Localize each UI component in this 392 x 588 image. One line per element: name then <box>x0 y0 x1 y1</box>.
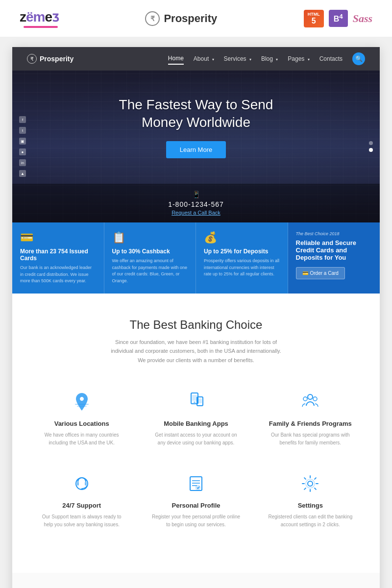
bootstrap-badge: B4 <box>329 10 348 26</box>
feature-locations: Various Locations We have offices in man… <box>32 385 131 452</box>
nav-rupee-icon: ₹ <box>27 54 37 64</box>
svg-point-9 <box>313 397 317 401</box>
locations-icon <box>70 390 94 414</box>
nav-link-contacts[interactable]: Contacts <box>319 53 343 64</box>
nav-brand-name: Prosperity <box>40 55 74 63</box>
nav-link-home[interactable]: Home <box>168 53 184 65</box>
hero-title: The Fastest Way to Send Money Worldwide <box>119 96 273 132</box>
order-card-button[interactable]: 💳 Order a Card <box>296 267 345 279</box>
feature-support: 24/7 Support Our Support team is always … <box>32 466 131 534</box>
cashback-title: Up to 30% Cashback <box>112 248 188 255</box>
mobile-desc: Get instant access to your account on an… <box>151 431 241 447</box>
svg-point-13 <box>81 488 83 490</box>
svg-rect-0 <box>75 404 89 405</box>
nav-link-services[interactable]: Services ▾ <box>224 53 251 64</box>
banking-features-grid-2: 24/7 Support Our Support team is always … <box>32 466 360 534</box>
svg-point-18 <box>196 485 200 490</box>
slider-dot-1[interactable] <box>369 141 373 145</box>
family-desc: Our Bank has special programs with benef… <box>266 431 355 447</box>
search-button[interactable]: 🔍 <box>352 52 365 65</box>
cashback-desc: We offer an amazing amount of cashback f… <box>112 258 188 284</box>
svg-point-19 <box>308 481 313 486</box>
nav-link-pages[interactable]: Pages ▾ <box>288 53 309 64</box>
site-nav-links: Home About ▾ Services ▾ Blog ▾ Pages ▾ C… <box>168 52 365 65</box>
phone-icon: 📱 <box>22 191 370 198</box>
best-choice-badge: The Best Choice 2018 <box>296 231 372 236</box>
banking-features-grid: Various Locations We have offices in man… <box>32 385 360 452</box>
svg-rect-11 <box>77 482 79 486</box>
nav-link-about[interactable]: About ▾ <box>194 53 214 64</box>
cards-desc: Our bank is an acknowledged leader in cr… <box>20 265 96 285</box>
svg-rect-6 <box>198 398 202 403</box>
family-icon <box>298 390 322 414</box>
cards-title: More than 23 754 Issued Cards <box>20 248 96 262</box>
svg-rect-3 <box>192 395 197 401</box>
rupee-icon: ₹ <box>145 11 160 26</box>
nav-link-blog[interactable]: Blog ▾ <box>261 53 278 64</box>
deposits-title: Up to 25% for Deposits <box>204 248 280 255</box>
banking-section-title: The Best Banking Choice <box>32 318 360 332</box>
support-title: 24/7 Support <box>37 502 126 509</box>
banking-section-desc: Since our foundation, we have been #1 ba… <box>108 338 284 365</box>
zemes-underline <box>24 26 58 28</box>
phone-number: 1-800-1234-567 <box>22 200 370 208</box>
svg-rect-4 <box>194 402 196 403</box>
callback-link[interactable]: Request a Call Back <box>22 210 370 216</box>
zemes-logo: zëmeᴣ <box>20 9 59 28</box>
support-desc: Our Support team is always ready to help… <box>37 513 126 529</box>
main-content: ₹ Prosperity Home About ▾ Services ▾ Blo… <box>0 47 392 588</box>
hero-cta-button[interactable]: Learn More <box>166 141 226 158</box>
svg-point-7 <box>308 394 313 399</box>
hero-phone: 📱 1-800-1234-567 Request a Call Back <box>12 184 380 222</box>
mobile-icon <box>184 390 208 414</box>
slider-dots <box>369 141 373 152</box>
settings-title: Settings <box>266 502 355 509</box>
locations-desc: We have offices in many countries includ… <box>37 431 126 447</box>
sass-badge: Sass <box>353 12 372 25</box>
preview-wrapper: ₹ Prosperity Home About ▾ Services ▾ Blo… <box>12 47 380 588</box>
about-section: A Few Words About Our Bank Prosperity wa… <box>12 573 380 588</box>
deposits-icon: 💰 <box>204 231 280 244</box>
feature-family: Family & Friends Programs Our Bank has s… <box>261 385 360 452</box>
mobile-title: Mobile Banking Apps <box>151 420 241 427</box>
feature-order-card: The Best Choice 2018 Reliable and Secure… <box>288 222 380 294</box>
svg-rect-1 <box>77 406 87 407</box>
site-brand: ₹ Prosperity <box>145 11 217 26</box>
site-brand-name: Prosperity <box>164 12 217 25</box>
cashback-icon: 📋 <box>112 231 188 244</box>
family-title: Family & Friends Programs <box>266 420 355 427</box>
locations-title: Various Locations <box>37 420 126 427</box>
order-card-title: Reliable and Secure Credit Cards and Dep… <box>296 239 372 261</box>
settings-icon <box>298 471 322 496</box>
deposits-desc: Prosperity offers various deposits in al… <box>204 258 280 278</box>
feature-settings: Settings Registered clients can edit the… <box>261 466 360 534</box>
feature-mobile: Mobile Banking Apps Get instant access t… <box>146 385 245 452</box>
banking-section: The Best Banking Choice Since our founda… <box>12 294 380 573</box>
tech-badges: HTML 5 B4 Sass <box>304 10 372 27</box>
support-icon <box>70 471 94 496</box>
svg-point-20 <box>306 479 315 488</box>
feature-cards: 💳 More than 23 754 Issued Cards Our bank… <box>12 222 104 294</box>
site-nav-brand: ₹ Prosperity <box>27 54 74 64</box>
svg-point-8 <box>303 397 307 401</box>
hero-content: The Fastest Way to Send Money Worldwide … <box>12 71 380 184</box>
svg-rect-12 <box>85 482 87 486</box>
site-nav: ₹ Prosperity Home About ▾ Services ▾ Blo… <box>12 47 380 71</box>
settings-desc: Registered clients can edit the banking … <box>266 513 355 529</box>
feature-deposits: 💰 Up to 25% for Deposits Prosperity offe… <box>196 222 288 294</box>
profile-desc: Register your free personal profile onli… <box>151 513 241 529</box>
features-bar: 💳 More than 23 754 Issued Cards Our bank… <box>12 222 380 294</box>
profile-title: Personal Profile <box>151 502 241 509</box>
order-card-icon: 💳 <box>302 270 308 276</box>
top-bar: zëmeᴣ ₹ Prosperity HTML 5 B4 Sass <box>0 0 392 37</box>
feature-profile: Personal Profile Register your free pers… <box>146 466 245 534</box>
html5-badge: HTML 5 <box>304 10 324 27</box>
hero-section: f t ▣ ● in ▲ The Fastest Way to Send Mon… <box>12 71 380 222</box>
cards-icon: 💳 <box>20 231 96 244</box>
feature-cashback: 📋 Up to 30% Cashback We offer an amazing… <box>104 222 196 294</box>
profile-icon <box>184 471 208 496</box>
slider-dot-2[interactable] <box>369 148 373 152</box>
